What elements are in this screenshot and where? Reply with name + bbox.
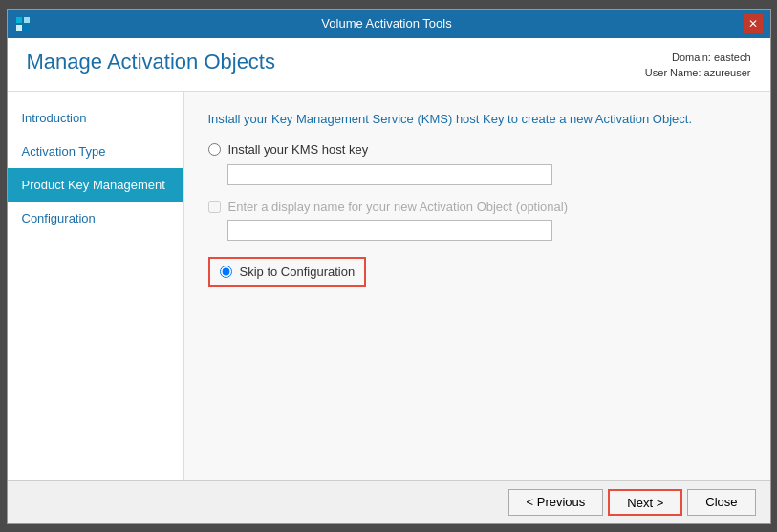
username-label: User Name: — [645, 67, 701, 78]
kms-radio-label: Install your KMS host key — [228, 142, 369, 157]
kms-radio-group: Install your KMS host key — [208, 142, 746, 185]
svg-rect-3 — [24, 25, 30, 31]
window-close-button[interactable]: ✕ — [744, 14, 763, 33]
username-value: azureuser — [704, 67, 751, 78]
footer: < Previous Next > Close — [8, 480, 770, 523]
content-area: Introduction Activation Type Product Key… — [8, 92, 770, 480]
skip-to-configuration-radio[interactable] — [220, 266, 232, 278]
display-name-checkbox-group: Enter a display name for your new Activa… — [208, 200, 746, 214]
previous-button[interactable]: < Previous — [508, 489, 604, 516]
svg-rect-1 — [24, 17, 30, 23]
domain-info: Domain: eastech — [645, 50, 751, 66]
page-title: Manage Activation Objects — [27, 50, 275, 74]
window-title: Volume Activation Tools — [31, 16, 744, 31]
close-button[interactable]: Close — [687, 489, 755, 516]
sidebar-item-configuration[interactable]: Configuration — [8, 202, 183, 235]
title-bar: Volume Activation Tools ✕ — [8, 10, 770, 38]
domain-value: eastech — [714, 52, 751, 63]
skip-to-configuration-label: Skip to Configuration — [240, 265, 356, 279]
sidebar: Introduction Activation Type Product Key… — [8, 92, 184, 480]
username-info: User Name: azureuser — [645, 65, 751, 81]
skip-to-configuration-option: Skip to Configuration — [208, 257, 367, 287]
app-icon — [15, 16, 31, 32]
kms-host-key-radio[interactable] — [208, 143, 221, 156]
display-name-checkbox[interactable] — [208, 201, 221, 213]
instruction-text: Install your Key Management Service (KMS… — [208, 111, 746, 128]
display-name-label: Enter a display name for your new Activa… — [228, 200, 569, 214]
svg-rect-2 — [16, 25, 22, 31]
header-area: Manage Activation Objects Domain: eastec… — [8, 38, 770, 92]
main-content-panel: Install your Key Management Service (KMS… — [184, 92, 770, 480]
sidebar-item-product-key-management[interactable]: Product Key Management — [8, 168, 183, 202]
sidebar-item-introduction[interactable]: Introduction — [8, 101, 183, 135]
sidebar-item-activation-type[interactable]: Activation Type — [8, 135, 183, 168]
domain-label: Domain: — [672, 52, 711, 63]
svg-rect-0 — [16, 17, 22, 23]
next-button[interactable]: Next > — [608, 489, 682, 516]
main-window: Volume Activation Tools ✕ Manage Activat… — [7, 9, 771, 524]
kms-radio-option: Install your KMS host key — [208, 142, 746, 157]
header-info: Domain: eastech User Name: azureuser — [645, 50, 751, 81]
display-name-input[interactable] — [227, 220, 552, 241]
kms-key-input[interactable] — [227, 164, 552, 185]
